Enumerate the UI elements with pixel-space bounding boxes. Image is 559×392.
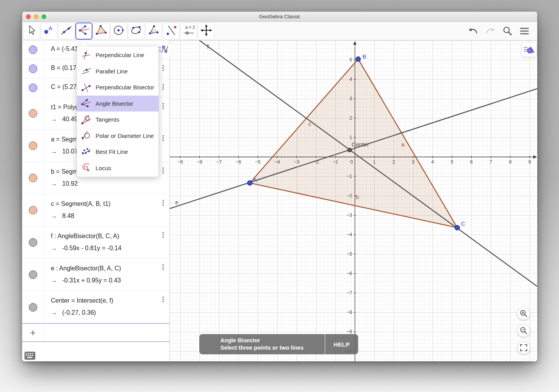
object-definition: e : AngleBisector(B, A, C) <box>51 265 169 272</box>
visibility-toggle[interactable] <box>29 141 37 150</box>
axis-tick-label: 2 <box>392 159 395 165</box>
tool-polygon[interactable] <box>93 23 110 40</box>
circle-icon <box>112 24 125 38</box>
menu-item-best-fit-line[interactable]: Best Fit Line <box>77 144 158 160</box>
menu-item-parallel-line[interactable]: Parallel Line <box>77 63 158 80</box>
polar-line-icon <box>81 130 92 141</box>
visibility-toggle[interactable] <box>29 206 37 214</box>
graphics-style-icon[interactable] <box>522 43 536 57</box>
point-B[interactable] <box>356 57 360 61</box>
tool-point[interactable]: A <box>40 23 57 40</box>
visibility-toggle[interactable] <box>29 303 37 312</box>
axis-tick-label: −1 <box>347 174 352 179</box>
fullscreen-button[interactable] <box>42 14 46 19</box>
axis-tick-label: 1 <box>350 135 352 140</box>
axis-tick-label: 5 <box>350 57 352 63</box>
row-menu-icon[interactable] <box>162 296 164 303</box>
menu-item-angle-bisector[interactable]: Angle Bisector <box>77 96 158 112</box>
object-value: -0.59x - 0.81y = -0.14 <box>62 245 122 252</box>
tooltip-subtitle: Select three points or two lines <box>220 344 303 352</box>
visibility-toggle[interactable] <box>29 109 37 118</box>
graph-label-A: A <box>253 176 257 183</box>
angle-icon: α <box>147 24 160 38</box>
point-A[interactable] <box>247 181 252 185</box>
row-menu-icon[interactable] <box>162 167 164 174</box>
menu-item-tangents[interactable]: Tangents <box>77 112 158 128</box>
algebra-row-e[interactable]: e : AngleBisector(B, A, C) →-0.31x + 0.9… <box>22 259 169 291</box>
row-menu-icon[interactable] <box>162 103 164 109</box>
menu-item-perpendicular-bisector[interactable]: Perpendicular Bisector <box>77 79 158 96</box>
object-definition: c = Segment(A, B, t1) <box>51 200 169 207</box>
output-arrow-icon: → <box>51 148 57 155</box>
axis-tick-label: −4 <box>274 159 280 165</box>
visibility-toggle[interactable] <box>29 174 37 182</box>
perpendicular-line-icon <box>81 50 92 61</box>
graph-label-f: f <box>207 43 209 50</box>
visibility-toggle[interactable] <box>29 45 37 54</box>
menu-item-locus[interactable]: Locus <box>77 160 158 176</box>
visibility-toggle[interactable] <box>29 238 37 247</box>
axis-tick-label: 2 <box>350 115 352 121</box>
output-arrow-icon: → <box>51 213 57 220</box>
algebra-row-f[interactable]: f : AngleBisector(B, C, A) →-0.59x - 0.8… <box>22 226 169 259</box>
row-menu-icon[interactable] <box>162 84 164 90</box>
zoom-out-button[interactable] <box>517 324 530 337</box>
tool-slider[interactable]: a = 2 <box>180 23 197 40</box>
tool-special-lines[interactable] <box>75 23 92 40</box>
visibility-toggle[interactable] <box>29 64 37 73</box>
graph-canvas[interactable]: ABCCenterabcfe <box>170 40 537 361</box>
perpendicular-bisector-icon <box>81 82 92 93</box>
visibility-toggle[interactable] <box>29 270 37 279</box>
ellipse-icon <box>130 24 143 38</box>
point-C[interactable] <box>455 225 460 230</box>
algebra-input-row[interactable]: + <box>22 324 169 342</box>
object-definition: Center = Intersect(e, f) <box>51 297 169 304</box>
menu-item-perpendicular-line[interactable]: Perpendicular Line <box>77 47 158 63</box>
axis-tick-label: −3 <box>294 159 299 165</box>
row-menu-icon[interactable] <box>162 135 164 141</box>
graphics-view[interactable]: ABCCenterabcfe −9−8−7−6−5−4−3−2−11234567… <box>170 40 537 361</box>
tool-move-graphics[interactable] <box>198 23 215 40</box>
tool-line[interactable] <box>58 23 75 40</box>
point-Center[interactable] <box>348 148 352 152</box>
axis-tick-label: 6 <box>470 159 473 165</box>
tool-circle[interactable] <box>110 23 127 40</box>
close-button[interactable] <box>26 14 31 19</box>
move-view-icon <box>200 24 213 38</box>
algebra-row-c[interactable]: c = Segment(A, B, t1) →8.48 <box>22 194 169 226</box>
zoom-in-button[interactable] <box>517 307 530 320</box>
axis-tick-label: 3 <box>412 159 414 165</box>
angle-bisector-icon <box>77 24 91 38</box>
axis-tick-label: 8 <box>509 159 512 165</box>
output-arrow-icon: → <box>51 116 57 123</box>
visibility-toggle[interactable] <box>29 84 37 92</box>
tool-reflect[interactable] <box>163 23 180 40</box>
menu-item-polar-diameter-line[interactable]: Polar or Diameter Line <box>77 128 158 144</box>
tool-move[interactable] <box>23 23 40 40</box>
fullscreen-view-button[interactable] <box>517 341 530 354</box>
best-fit-line-icon <box>81 146 92 157</box>
axis-tick-label: −5 <box>255 159 260 165</box>
axis-tick-label: −9 <box>347 329 352 335</box>
object-definition: f : AngleBisector(B, C, A) <box>51 233 169 240</box>
row-menu-icon[interactable] <box>162 64 164 71</box>
row-menu-icon[interactable] <box>162 264 164 270</box>
redo-button[interactable] <box>484 25 496 37</box>
row-menu-icon[interactable] <box>162 199 164 206</box>
keyboard-toggle-icon[interactable] <box>24 352 35 360</box>
axis-tick-label: −2 <box>347 193 352 199</box>
axis-tick-label: 0 <box>350 159 353 165</box>
row-menu-icon[interactable] <box>162 232 164 238</box>
algebra-row-center[interactable]: Center = Intersect(e, f) →(-0.27, 0.36) <box>22 291 169 324</box>
undo-button[interactable] <box>467 25 479 37</box>
tool-conic[interactable] <box>128 23 145 40</box>
help-button[interactable]: HELP <box>325 334 358 354</box>
axis-tick-label: 4 <box>431 159 434 165</box>
axis-tick-label: −7 <box>216 159 221 165</box>
menu-icon[interactable] <box>519 25 530 37</box>
axis-tick-label: 7 <box>489 159 492 165</box>
search-icon[interactable] <box>502 25 513 37</box>
minimize-button[interactable] <box>34 14 38 19</box>
new-input-plus-icon[interactable]: + <box>22 324 44 341</box>
tool-angle[interactable]: α <box>145 23 162 40</box>
